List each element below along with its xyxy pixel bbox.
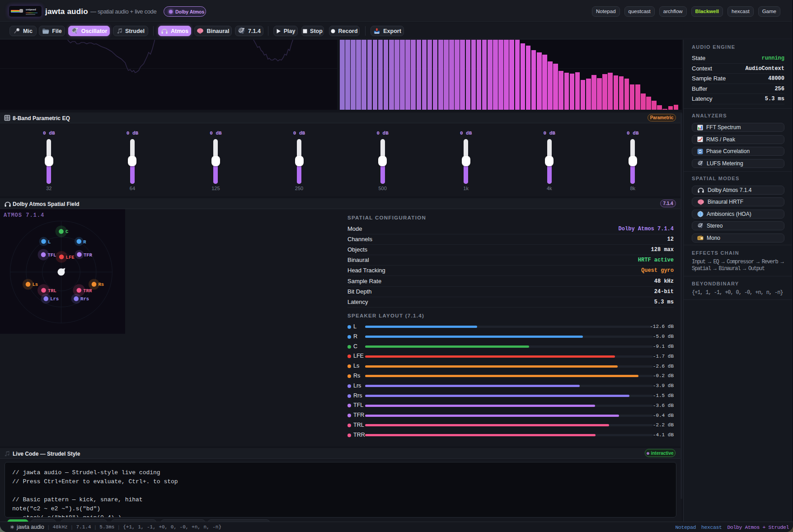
svg-text:Rrs: Rrs: [80, 296, 89, 302]
svg-text:TFR: TFR: [84, 252, 93, 258]
svg-text:C: C: [66, 229, 69, 234]
svg-text:TRL: TRL: [48, 288, 56, 294]
svg-text:TRR: TRR: [83, 288, 92, 294]
svg-text:LFE: LFE: [66, 255, 75, 260]
svg-text:Ls: Ls: [33, 282, 38, 287]
svg-text:L: L: [48, 239, 51, 245]
svg-text:TFL: TFL: [48, 252, 56, 258]
svg-text:R: R: [83, 239, 86, 245]
svg-text:Rs: Rs: [99, 282, 104, 287]
svg-text:Lrs: Lrs: [50, 296, 59, 302]
